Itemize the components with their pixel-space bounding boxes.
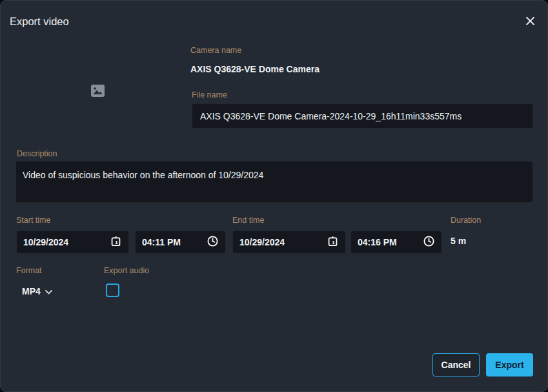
end-time-label: End time <box>232 216 264 225</box>
calendar-icon: 1 <box>327 235 339 249</box>
start-date-value: 10/29/2024 <box>23 237 68 247</box>
cancel-button[interactable]: Cancel <box>432 353 480 377</box>
clock-icon <box>207 235 219 249</box>
description-input[interactable]: Video of suspicious behavior on the afte… <box>15 161 533 203</box>
file-name-label: File name <box>192 90 227 99</box>
video-thumbnail-placeholder <box>91 85 105 99</box>
clock-icon <box>423 235 435 249</box>
close-icon <box>525 16 535 28</box>
end-time-value: 04:16 PM <box>358 237 397 247</box>
file-name-input[interactable] <box>192 103 533 129</box>
export-audio-label: Export audio <box>104 266 149 275</box>
end-date-value: 10/29/2024 <box>239 237 285 247</box>
end-date-picker-button[interactable]: 1 <box>327 235 339 249</box>
format-label: Format <box>16 266 42 275</box>
calendar-icon: 1 <box>110 235 122 249</box>
format-dropdown[interactable]: MP4 <box>22 286 52 296</box>
start-date-picker-button[interactable]: 1 <box>110 235 122 249</box>
start-date-input[interactable]: 10/29/2024 1 <box>16 231 129 254</box>
svg-text:1: 1 <box>332 240 335 245</box>
end-time-picker-button[interactable] <box>423 235 435 249</box>
svg-text:1: 1 <box>115 240 118 245</box>
end-date-input[interactable]: 10/29/2024 1 <box>232 231 346 254</box>
camera-name-value: AXIS Q3628-VE Dome Camera <box>190 64 320 74</box>
description-label: Description <box>17 149 57 158</box>
close-button[interactable] <box>523 15 537 29</box>
export-button[interactable]: Export <box>486 353 533 377</box>
start-time-label: Start time <box>16 216 51 225</box>
export-video-dialog: Export video Camera name AXIS Q3628-VE D… <box>0 0 548 392</box>
format-value: MP4 <box>22 286 41 296</box>
start-time-value: 04:11 PM <box>142 237 181 247</box>
dialog-title: Export video <box>10 15 69 28</box>
duration-label: Duration <box>451 216 481 225</box>
start-time-input[interactable]: 04:11 PM <box>135 231 226 254</box>
export-audio-checkbox[interactable] <box>106 284 119 297</box>
chevron-down-icon <box>45 286 52 296</box>
duration-value: 5 m <box>451 236 466 246</box>
camera-name-label: Camera name <box>190 46 241 55</box>
image-icon <box>91 88 105 99</box>
end-time-input[interactable]: 04:16 PM <box>350 231 442 254</box>
start-time-picker-button[interactable] <box>207 235 219 249</box>
